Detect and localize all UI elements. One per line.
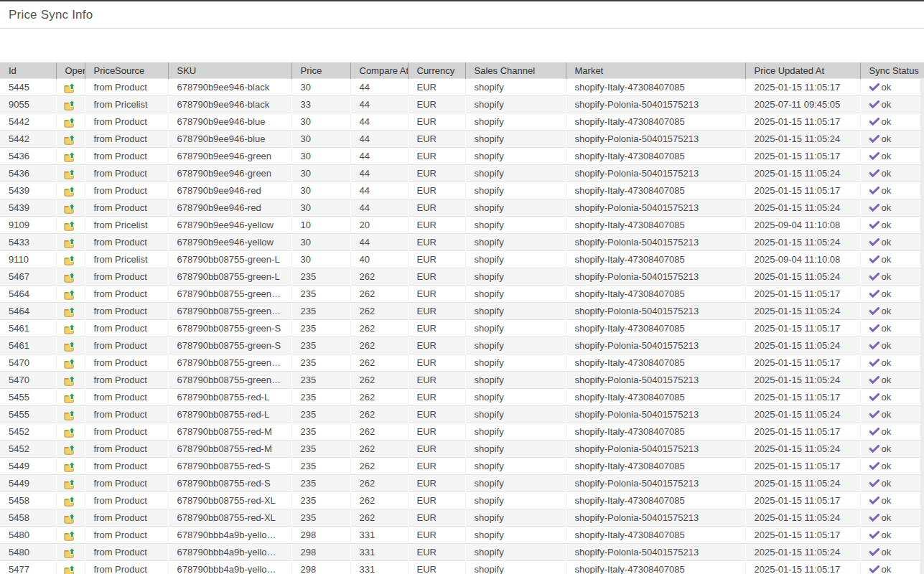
open-folder-icon[interactable]: [64, 530, 76, 541]
open-folder-icon[interactable]: [64, 289, 76, 300]
cell-sync-status: ok: [860, 182, 924, 199]
cell-sku: 678790bb08755-red-XL: [168, 492, 291, 509]
cell-price-source: from Product: [85, 148, 168, 165]
cell-compare-at: 20: [350, 217, 408, 234]
cell-sku: 678790bb08755-red-L: [168, 406, 291, 423]
sync-status-label: ok: [882, 323, 892, 334]
cell-price-updated-at: 2025-01-15 11:05:24: [745, 475, 860, 492]
open-folder-icon[interactable]: [64, 547, 76, 558]
cell-price-updated-at: 2025-01-15 11:05:24: [745, 165, 860, 182]
cell-price: 33: [291, 96, 350, 113]
cell-sync-status: ok: [860, 165, 924, 182]
cell-sku: 678790b9ee946-blue: [168, 131, 291, 148]
sync-status-label: ok: [882, 288, 892, 299]
cell-sales-channel: shopify: [465, 320, 566, 337]
open-folder-icon[interactable]: [64, 375, 76, 386]
column-header-market[interactable]: Market: [566, 62, 745, 79]
column-header-id[interactable]: Id: [0, 62, 56, 79]
open-folder-icon[interactable]: [64, 565, 76, 574]
check-icon: [869, 461, 879, 469]
table-row: 9109from Pricelist678790b9ee946-yellow10…: [0, 217, 924, 234]
column-header-pricesource[interactable]: PriceSource: [85, 62, 168, 79]
cell-sync-status: ok: [860, 475, 924, 492]
open-folder-icon[interactable]: [64, 255, 76, 265]
check-icon: [869, 186, 879, 194]
check-icon: [869, 444, 879, 452]
cell-currency: EUR: [408, 561, 465, 574]
cell-open: [56, 182, 85, 199]
open-folder-icon[interactable]: [64, 220, 76, 231]
cell-market: shopify-Italy-47308407085: [566, 286, 745, 303]
open-folder-icon[interactable]: [64, 410, 76, 420]
cell-price-updated-at: 2025-01-15 11:05:17: [745, 79, 860, 96]
table-row: 5442from Product678790b9ee946-blue3044EU…: [0, 113, 924, 131]
open-folder-icon[interactable]: [64, 444, 76, 455]
cell-price-updated-at: 2025-01-15 11:05:17: [745, 492, 860, 509]
column-header-compare-at[interactable]: Compare At: [350, 62, 408, 79]
open-folder-icon[interactable]: [64, 203, 76, 214]
column-header-sync-status[interactable]: Sync Status: [860, 62, 924, 79]
cell-price-updated-at: 2025-01-15 11:05:17: [745, 389, 860, 406]
cell-compare-at: 262: [350, 389, 408, 406]
table-row: 5442from Product678790b9ee946-blue3044EU…: [0, 131, 924, 148]
open-folder-icon[interactable]: [64, 496, 76, 507]
open-folder-icon[interactable]: [64, 341, 76, 352]
open-folder-icon[interactable]: [64, 461, 76, 472]
open-folder-icon[interactable]: [64, 324, 76, 334]
sync-status-label: ok: [882, 530, 892, 540]
open-folder-icon[interactable]: [64, 479, 76, 489]
column-header-currency[interactable]: Currency: [408, 62, 465, 79]
cell-sales-channel: shopify: [465, 217, 566, 234]
sync-status-label: ok: [882, 254, 892, 265]
sync-status-label: ok: [882, 409, 892, 420]
cell-price-updated-at: 2025-01-15 11:05:24: [745, 406, 860, 423]
open-folder-icon[interactable]: [64, 117, 76, 128]
cell-id: 5442: [0, 131, 56, 148]
column-header-price-updated-at[interactable]: Price Updated At: [745, 62, 860, 79]
cell-market: shopify-Italy-47308407085: [566, 148, 745, 165]
open-folder-icon[interactable]: [64, 186, 76, 197]
cell-market: shopify-Italy-47308407085: [566, 527, 745, 544]
cell-sales-channel: shopify: [465, 337, 566, 354]
cell-sync-status: ok: [860, 492, 924, 509]
sync-status-label: ok: [882, 478, 892, 489]
cell-price-updated-at: 2025-01-15 11:05:24: [745, 131, 860, 148]
open-folder-icon[interactable]: [64, 134, 76, 145]
cell-sync-status: ok: [860, 544, 924, 561]
cell-sku: 678790bb08755-green…: [168, 354, 291, 372]
open-folder-icon[interactable]: [64, 272, 76, 283]
open-folder-icon[interactable]: [64, 169, 76, 179]
cell-id: 5439: [0, 182, 56, 199]
open-folder-icon[interactable]: [64, 151, 76, 162]
open-folder-icon[interactable]: [64, 427, 76, 438]
vertical-scrollbar[interactable]: [920, 78, 924, 574]
cell-id: 5458: [0, 492, 56, 509]
column-header-open[interactable]: Open: [56, 62, 85, 79]
column-header-price[interactable]: Price: [291, 62, 350, 79]
cell-compare-at: 44: [350, 199, 408, 217]
open-folder-icon[interactable]: [64, 100, 76, 110]
cell-open: [56, 423, 85, 441]
table-row: 5470from Product678790bb08755-green…2352…: [0, 354, 924, 372]
cell-id: 5442: [0, 113, 56, 131]
cell-open: [56, 389, 85, 406]
column-header-sales-channel[interactable]: Sales Channel: [465, 62, 566, 79]
cell-price-updated-at: 2025-01-15 11:05:17: [745, 458, 860, 475]
open-folder-icon[interactable]: [64, 513, 76, 524]
open-folder-icon[interactable]: [64, 306, 76, 317]
check-icon: [869, 496, 879, 504]
cell-price: 30: [291, 182, 350, 199]
open-folder-icon[interactable]: [64, 83, 76, 93]
table-header-row: IdOpenPriceSourceSKUPriceCompare AtCurre…: [0, 62, 924, 79]
cell-open: [56, 199, 85, 217]
cell-price-updated-at: 2025-01-15 11:05:17: [745, 527, 860, 544]
column-header-sku[interactable]: SKU: [168, 62, 291, 79]
open-folder-icon[interactable]: [64, 237, 76, 248]
cell-price: 30: [291, 131, 350, 148]
open-folder-icon[interactable]: [64, 392, 76, 403]
table-row: 5461from Product678790bb08755-green-S235…: [0, 337, 924, 354]
cell-price: 30: [291, 79, 350, 96]
cell-id: 5449: [0, 475, 56, 492]
cell-market: shopify-Italy-47308407085: [566, 423, 745, 441]
open-folder-icon[interactable]: [64, 358, 76, 369]
